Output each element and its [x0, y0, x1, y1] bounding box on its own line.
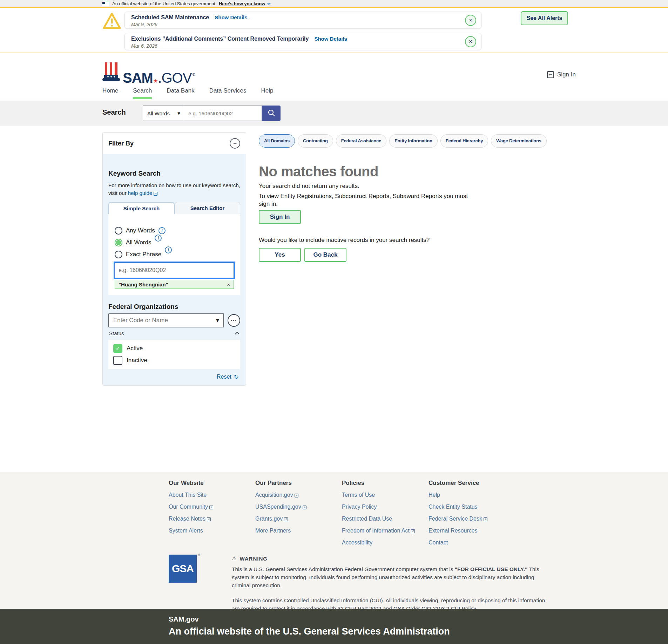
footer-link-help[interactable]: Help	[429, 492, 515, 499]
footer-link-restricted-data-use[interactable]: Restricted Data Use	[342, 515, 429, 522]
footer-link-contact[interactable]: Contact	[429, 539, 515, 546]
checkbox-active[interactable]: ✓	[113, 344, 122, 353]
footer-link-terms-of-use[interactable]: Terms of Use	[342, 492, 429, 499]
sam-gov-logo[interactable]: SAM ★ .GOV ®	[102, 62, 195, 85]
domain-tab-contracting[interactable]: Contracting	[298, 134, 333, 148]
domain-tab-federal-assistance[interactable]: Federal Assistance	[336, 134, 386, 148]
warning-icon: ⚠	[232, 555, 237, 562]
radio-label: Exact Phrase	[126, 251, 161, 258]
inactive-records-question: Would you like to include inactive recor…	[259, 237, 574, 244]
external-link-icon: ↗	[207, 517, 211, 521]
footer-link-accessibility[interactable]: Accessibility	[342, 539, 429, 546]
tab-simple-search[interactable]: Simple Search	[108, 202, 175, 214]
radio-exact-phrase[interactable]	[115, 251, 122, 258]
global-search-input[interactable]	[184, 106, 262, 121]
footer-column-customer-service: Customer Service Help Check Entity Statu…	[429, 480, 515, 546]
gsa-logo: GSA ®	[169, 555, 197, 612]
external-link-icon: ↗	[154, 192, 157, 196]
domain-tab-wage-determinations[interactable]: Wage Determinations	[491, 134, 547, 148]
show-details-link[interactable]: Show Details	[215, 14, 247, 20]
filter-by-title: Filter By	[108, 140, 134, 147]
status-label: Status	[109, 330, 124, 336]
search-submit-button[interactable]	[262, 106, 281, 121]
footer-link-release-notes[interactable]: Release Notes↗	[169, 515, 255, 522]
keyword-search-info: For more information on how to use our k…	[108, 182, 240, 197]
go-back-button[interactable]: Go Back	[304, 248, 346, 262]
heres-how-you-know-link[interactable]: Here’s how you know	[219, 1, 270, 6]
nav-item-home[interactable]: Home	[102, 87, 118, 97]
text-cursor	[118, 266, 118, 274]
ellipsis-icon: ···	[231, 317, 237, 323]
nav-item-data-bank[interactable]: Data Bank	[167, 87, 194, 97]
bottom-official-text: An official website of the U.S. General …	[169, 626, 668, 637]
us-flag-icon	[102, 2, 109, 6]
footer: Our Website About This Site Our Communit…	[0, 472, 668, 609]
footer-link-system-alerts[interactable]: System Alerts	[169, 527, 255, 534]
nav-item-help[interactable]: Help	[261, 87, 273, 97]
tab-search-editor[interactable]: Search Editor	[175, 202, 240, 214]
keyword-input[interactable]	[115, 263, 234, 278]
footer-link-usaspending-gov[interactable]: USASpending.gov↗	[255, 503, 342, 510]
yes-button[interactable]: Yes	[259, 248, 301, 262]
footer-link-check-entity-status[interactable]: Check Entity Status	[429, 503, 515, 510]
external-link-icon: ↗	[284, 517, 288, 521]
checkbox-inactive[interactable]	[113, 356, 122, 365]
info-icon[interactable]: i	[155, 235, 162, 242]
registered-mark: ®	[198, 553, 200, 557]
search-band: Search All Words ▼	[0, 101, 668, 126]
more-options-button[interactable]: ···	[228, 314, 240, 327]
keyword-tabs: Simple Search Search Editor	[108, 202, 240, 214]
top-hat-icon	[102, 62, 121, 85]
status-box: ✓ Active Inactive	[108, 340, 240, 369]
chevron-up-icon[interactable]	[235, 332, 239, 336]
bottom-sam-gov: SAM.gov	[169, 615, 668, 623]
info-icon[interactable]: i	[158, 227, 166, 234]
footer-link-external-resources[interactable]: External Resources	[429, 527, 515, 534]
reset-icon: ↻	[234, 373, 239, 380]
domain-tab-federal-hierarchy[interactable]: Federal Hierarchy	[440, 134, 488, 148]
radio-all-words[interactable]	[115, 239, 122, 246]
keyword-search-heading: Keyword Search	[108, 170, 240, 177]
external-link-icon: ↗	[303, 506, 306, 509]
search-mode-select[interactable]: All Words ▼	[143, 106, 184, 121]
sign-in-required-text: To view Entity Registrations, Subcontrac…	[259, 192, 476, 208]
remove-chip-icon[interactable]: ×	[227, 282, 230, 287]
footer-link-more-partners[interactable]: More Partners	[255, 527, 342, 534]
federal-organizations-select[interactable]: Enter Code or Name ▼	[108, 313, 224, 327]
alert-date: Mar 6, 2026	[131, 43, 464, 49]
chevron-down-icon	[267, 1, 271, 5]
close-alert-button[interactable]: ×	[465, 15, 476, 26]
footer-link-foia[interactable]: Freedom of Information Act↗	[342, 527, 429, 534]
logo-text: SAM ★ .GOV ®	[123, 71, 195, 85]
registered-mark: ®	[192, 73, 195, 76]
help-guide-link[interactable]: help guide↗	[128, 190, 157, 196]
reset-link[interactable]: Reset ↻	[108, 373, 240, 380]
close-icon: ×	[469, 17, 472, 23]
see-all-alerts-button[interactable]: See All Alerts	[521, 11, 568, 25]
footer-link-federal-service-desk[interactable]: Federal Service Desk↗	[429, 515, 515, 522]
nav-item-search[interactable]: Search	[133, 87, 152, 99]
sign-in-button[interactable]: Sign In	[259, 210, 301, 224]
footer-link-privacy-policy[interactable]: Privacy Policy	[342, 503, 429, 510]
info-icon[interactable]: i	[165, 246, 172, 253]
no-matches-heading: No matches found	[259, 164, 574, 179]
checkbox-label: Inactive	[127, 357, 147, 364]
footer-heading: Our Website	[169, 480, 255, 487]
footer-link-acquisition-gov[interactable]: Acquisition.gov↗	[255, 492, 342, 499]
domain-tab-all-domains[interactable]: All Domains	[259, 134, 295, 148]
footer-link-our-community[interactable]: Our Community↗	[169, 503, 255, 510]
simple-search-panel: Any Words i All Words i Exact Phrase i "…	[108, 214, 240, 295]
domain-tab-entity-information[interactable]: Entity Information	[389, 134, 438, 148]
collapse-filter-button[interactable]: −	[230, 138, 240, 149]
show-details-link[interactable]: Show Details	[314, 36, 347, 42]
header-sign-in-link[interactable]: ← Sign In	[547, 71, 576, 78]
nav-item-data-services[interactable]: Data Services	[209, 87, 247, 97]
warning-title: WARNING	[239, 556, 268, 562]
footer-link-about-this-site[interactable]: About This Site	[169, 492, 255, 499]
close-alert-button[interactable]: ×	[465, 36, 476, 47]
minus-icon: −	[233, 141, 236, 147]
federal-organizations-heading: Federal Organizations	[108, 303, 240, 311]
caret-down-icon: ▼	[177, 111, 180, 115]
footer-link-grants-gov[interactable]: Grants.gov↗	[255, 515, 342, 522]
radio-any-words[interactable]	[115, 227, 122, 235]
